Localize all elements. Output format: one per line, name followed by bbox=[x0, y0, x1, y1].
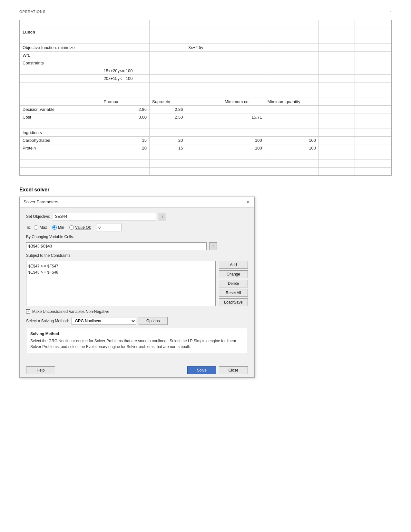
table-row bbox=[20, 90, 391, 98]
radio-value-label: Value Of: bbox=[75, 225, 91, 230]
table-row bbox=[20, 36, 391, 44]
solver-titlebar: Solver Parameters × bbox=[20, 197, 254, 208]
footer-left: Help bbox=[26, 366, 185, 374]
reset-all-button[interactable]: Reset All bbox=[219, 289, 248, 297]
table-row: Lunch bbox=[20, 28, 391, 36]
solver-body: Set Objective: ↑ To: Max Min bbox=[20, 208, 254, 363]
table-row: Cost 3.00 2.50 15.71 bbox=[20, 113, 391, 121]
checkbox-label: Make Unconstrained Variables Non-Negativ… bbox=[32, 309, 109, 314]
constraints-row: Subject to the Constraints: bbox=[26, 253, 248, 258]
select-method-row: Select a Solving Method: GRG Nonlinear L… bbox=[26, 317, 248, 325]
radio-value-circle bbox=[69, 225, 74, 230]
delete-constraint-button[interactable]: Delete bbox=[219, 280, 248, 287]
set-objective-row: Set Objective: ↑ bbox=[26, 213, 248, 220]
to-label: To: bbox=[26, 225, 31, 230]
add-constraint-button[interactable]: Add bbox=[219, 261, 248, 269]
page-header: OPERATIONS 4 bbox=[19, 10, 392, 14]
subject-label: Subject to the Constraints: bbox=[26, 253, 72, 258]
solver-close-icon[interactable]: × bbox=[245, 199, 250, 205]
unconstrained-checkbox[interactable]: ✓ bbox=[26, 309, 30, 314]
select-method-label: Select a Solving Method: bbox=[26, 319, 69, 323]
table-row: Promax Suprotein Mimimum co: Miminum qua… bbox=[20, 98, 391, 105]
table-row: Protein 20 15 100 100 bbox=[20, 144, 391, 152]
excel-solver-title: Excel solver bbox=[19, 187, 392, 193]
constraints-list: $E$47 > = $F$47 $E$48 > = $F$48 bbox=[26, 261, 216, 306]
excel-solver-section: Excel solver Solver Parameters × Set Obj… bbox=[19, 187, 392, 378]
to-radio-group: Max Min Value Of: bbox=[34, 224, 122, 231]
table-row: 20x+15y<= 100 bbox=[20, 74, 391, 82]
collapse-changing-btn[interactable]: ↑ bbox=[209, 242, 217, 250]
table-row: Wrt. bbox=[20, 51, 391, 59]
set-objective-input[interactable] bbox=[53, 213, 156, 220]
set-objective-label: Set Objective: bbox=[26, 214, 50, 219]
value-of-input[interactable] bbox=[96, 224, 122, 231]
solving-method-box: Solving Method Select the GRG Nonlinear … bbox=[26, 328, 248, 353]
solver-dialog-title: Solver Parameters bbox=[24, 199, 58, 204]
table-row: Decision variable 2.86 2.86 bbox=[20, 105, 391, 113]
table-row bbox=[20, 160, 391, 167]
to-row: To: Max Min Value Of: bbox=[26, 224, 248, 231]
solving-method-text: Select the GRG Nonlinear engine for Solv… bbox=[30, 338, 244, 350]
table-row bbox=[20, 121, 391, 129]
method-select[interactable]: GRG Nonlinear LP Simplex Evolutionary bbox=[72, 317, 136, 325]
page-number: 4 bbox=[390, 10, 392, 14]
collapse-objective-btn[interactable]: ↑ bbox=[159, 213, 166, 220]
radio-max-label: Max bbox=[40, 225, 47, 230]
table-row bbox=[20, 82, 391, 90]
close-dialog-button[interactable]: Close bbox=[219, 366, 248, 374]
help-button[interactable]: Help bbox=[26, 366, 55, 374]
by-changing-label: By Changing Variable Cells: bbox=[26, 235, 74, 239]
radio-min-circle bbox=[52, 225, 57, 230]
radio-max-circle bbox=[34, 225, 38, 230]
constraint-item-1: $E$47 > = $F$47 bbox=[28, 263, 213, 269]
spreadsheet-table: Lunch Objective bbox=[20, 20, 391, 175]
solver-dialog: Solver Parameters × Set Objective: ↑ To:… bbox=[19, 197, 255, 378]
spreadsheet-wrapper: Lunch Objective bbox=[19, 20, 392, 176]
table-row: Carbohydrates 15 20 100 100 bbox=[20, 136, 391, 144]
by-changing-row: By Changing Variable Cells: bbox=[26, 235, 248, 239]
table-row: Constraints bbox=[20, 59, 391, 67]
constraints-area: $E$47 > = $F$47 $E$48 > = $F$48 Add Chan… bbox=[26, 261, 248, 306]
radio-min[interactable]: Min bbox=[52, 225, 64, 230]
by-changing-input[interactable] bbox=[26, 242, 207, 250]
solver-footer: Help Solve Close bbox=[20, 363, 254, 377]
radio-max[interactable]: Max bbox=[34, 225, 47, 230]
radio-min-dot bbox=[53, 226, 55, 228]
solving-method-title: Solving Method bbox=[30, 332, 244, 336]
checkmark-icon: ✓ bbox=[27, 310, 30, 313]
radio-min-label: Min bbox=[58, 225, 64, 230]
constraint-item-2: $E$48 > = $F$48 bbox=[28, 269, 213, 276]
checkbox-row: ✓ Make Unconstrained Variables Non-Negat… bbox=[26, 309, 248, 314]
by-changing-input-row: ↑ bbox=[26, 242, 248, 250]
options-button[interactable]: Options bbox=[139, 317, 168, 325]
constraints-buttons: Add Change Delete Reset All Load/Save bbox=[219, 261, 248, 306]
table-row bbox=[20, 20, 391, 28]
radio-value-of[interactable]: Value Of: bbox=[69, 225, 91, 230]
load-save-button[interactable]: Load/Save bbox=[219, 298, 248, 306]
table-row bbox=[20, 167, 391, 175]
table-row: 15x+20y<= 100 bbox=[20, 67, 391, 74]
change-constraint-button[interactable]: Change bbox=[219, 270, 248, 278]
table-row bbox=[20, 152, 391, 160]
solve-button[interactable]: Solve bbox=[187, 366, 216, 374]
table-row: Ingridients bbox=[20, 129, 391, 136]
footer-right: Solve Close bbox=[187, 366, 248, 374]
table-row: Objective function: minimize 3x+2.5y bbox=[20, 44, 391, 51]
page-title: OPERATIONS bbox=[19, 10, 45, 14]
